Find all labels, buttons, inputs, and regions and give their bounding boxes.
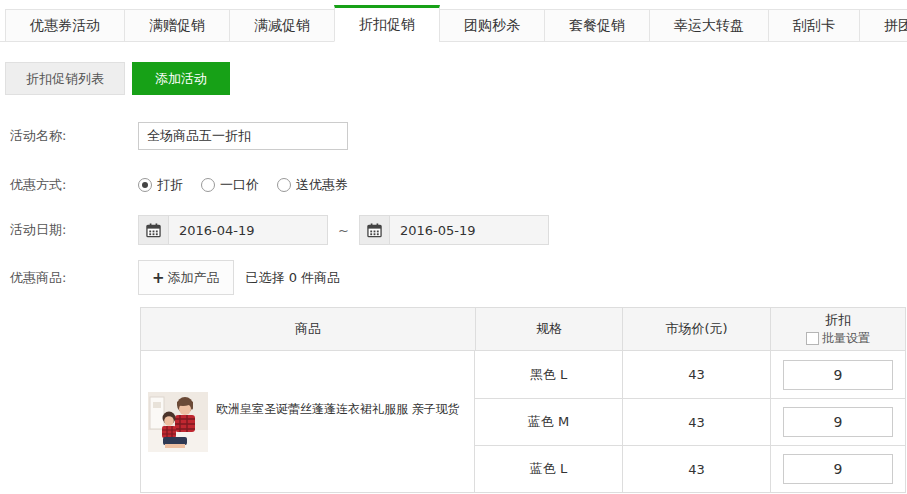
activity-name-label: 活动名称: [10, 127, 138, 145]
radio-label: 一口价 [220, 176, 259, 194]
calendar-icon[interactable] [139, 216, 169, 244]
product-title: 欧洲皇室圣诞蕾丝蓬蓬连衣裙礼服服 亲子现货 [216, 401, 464, 418]
promo-products-row: 优惠商品: + 添加产品 已选择 0 件商品 [10, 260, 907, 295]
start-date-picker[interactable]: 2016-04-19 [138, 215, 328, 245]
discount-products-table: 商品 规格 市场价(元) 折扣 批量设置 [140, 307, 906, 493]
radio-label: 打折 [157, 176, 183, 194]
activity-date-label: 活动日期: [10, 221, 138, 239]
spec-cell: 蓝色 L [475, 446, 622, 492]
add-activity-button[interactable]: 添加活动 [132, 62, 230, 95]
selected-count-text: 已选择 0 件商品 [246, 269, 341, 287]
discount-cell [770, 446, 905, 492]
promo-tabbar: 优惠券活动 满赠促销 满减促销 折扣促销 团购秒杀 套餐促销 幸运大转盘 刮刮卡… [0, 0, 907, 42]
header-discount-title: 折扣 [825, 310, 851, 329]
subnav: 折扣促销列表 添加活动 [5, 62, 907, 95]
tab-scratch-card[interactable]: 刮刮卡 [768, 9, 860, 42]
spec-rows: 黑色 L 43 蓝色 M 43 蓝色 L 43 [475, 351, 905, 492]
radio-option-songyouhuiquan[interactable]: 送优惠券 [277, 176, 348, 194]
radio-option-dazhe[interactable]: 打折 [138, 176, 183, 194]
product-cell: 欧洲皇室圣诞蕾丝蓬蓬连衣裙礼服服 亲子现货 [141, 351, 475, 492]
discount-method-label: 优惠方式: [10, 176, 138, 194]
discount-input[interactable] [783, 407, 893, 437]
price-cell: 43 [622, 399, 770, 445]
batch-set-checkbox[interactable] [806, 332, 819, 345]
radio-label: 送优惠券 [296, 176, 348, 194]
promo-products-label: 优惠商品: [10, 269, 138, 287]
radio-option-yikoujia[interactable]: 一口价 [201, 176, 259, 194]
tab-full-reduction-promo[interactable]: 满减促销 [229, 9, 335, 42]
tab-coupon-activity[interactable]: 优惠券活动 [5, 9, 125, 42]
tab-discount-promo[interactable]: 折扣促销 [334, 5, 440, 42]
spec-cell: 黑色 L [475, 351, 622, 398]
header-product: 商品 [141, 308, 475, 350]
table-row: 黑色 L 43 [475, 351, 905, 398]
add-product-button[interactable]: + 添加产品 [138, 260, 234, 295]
table-row: 蓝色 M 43 [475, 398, 905, 445]
date-range-separator: ~ [338, 223, 349, 238]
header-discount: 折扣 批量设置 [770, 308, 905, 350]
radio-unselected-icon[interactable] [277, 178, 291, 192]
tab-groupon-seckill[interactable]: 团购秒杀 [439, 9, 545, 42]
table-row: 蓝色 L 43 [475, 445, 905, 492]
discount-list-button[interactable]: 折扣促销列表 [5, 62, 125, 95]
plus-icon: + [152, 269, 165, 287]
spec-cell: 蓝色 M [475, 399, 622, 445]
discount-input[interactable] [783, 360, 893, 390]
end-date-value: 2016-05-19 [390, 223, 476, 238]
table-body: 欧洲皇室圣诞蕾丝蓬蓬连衣裙礼服服 亲子现货 黑色 L 43 蓝色 M 43 蓝色… [140, 351, 906, 493]
price-cell: 43 [622, 446, 770, 492]
table-header-row: 商品 规格 市场价(元) 折扣 批量设置 [140, 307, 906, 351]
batch-set-label: 批量设置 [822, 329, 870, 348]
activity-name-input[interactable] [138, 122, 348, 150]
discount-input[interactable] [783, 454, 893, 484]
header-market-price: 市场价(元) [622, 308, 770, 350]
product-image [148, 392, 208, 452]
batch-set-toggle[interactable]: 批量设置 [806, 329, 870, 348]
tab-pintuan-seckill[interactable]: 拼团秒杀 [859, 9, 907, 42]
discount-cell [770, 351, 905, 398]
radio-selected-icon[interactable] [138, 178, 152, 192]
activity-date-row: 活动日期: 2016-04-19 ~ [10, 215, 907, 245]
discount-cell [770, 399, 905, 445]
discount-method-row: 优惠方式: 打折 一口价 送优惠券 [10, 176, 907, 194]
tab-full-gift-promo[interactable]: 满赠促销 [124, 9, 230, 42]
discount-method-options: 打折 一口价 送优惠券 [138, 176, 366, 194]
end-date-picker[interactable]: 2016-05-19 [359, 215, 549, 245]
start-date-value: 2016-04-19 [169, 223, 255, 238]
tab-lucky-wheel[interactable]: 幸运大转盘 [649, 9, 769, 42]
header-spec: 规格 [475, 308, 622, 350]
activity-form: 活动名称: 优惠方式: 打折 一口价 送优惠券 活动日期: [10, 122, 907, 295]
calendar-icon[interactable] [360, 216, 390, 244]
activity-name-row: 活动名称: [10, 122, 907, 150]
price-cell: 43 [622, 351, 770, 398]
add-product-button-label: 添加产品 [168, 269, 220, 287]
tab-package-promo[interactable]: 套餐促销 [544, 9, 650, 42]
radio-unselected-icon[interactable] [201, 178, 215, 192]
